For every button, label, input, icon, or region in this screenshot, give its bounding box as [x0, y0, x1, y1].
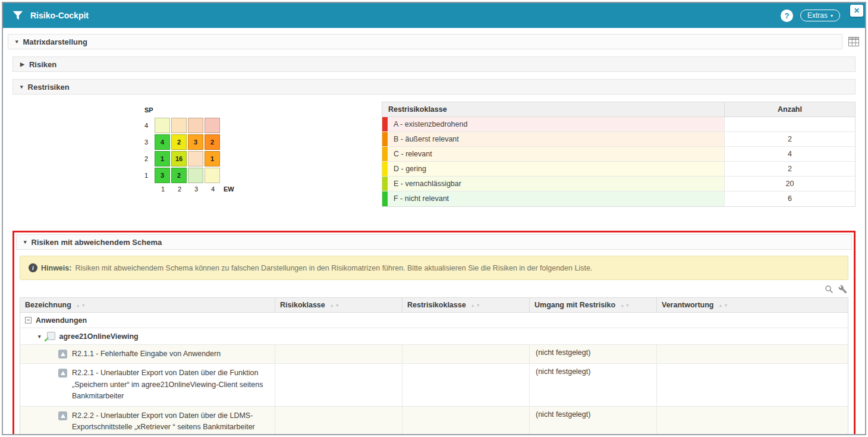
hint-banner: i Hinweis: Risiken mit abweichendem Sche… [20, 256, 848, 280]
cell-umgang: (nicht festgelegt) [529, 364, 656, 405]
risk-warning-icon [58, 350, 67, 359]
collapse-icon[interactable]: ▾ [38, 334, 41, 339]
column-header-restrisikoklasse[interactable]: Restrisikoklasse ▲▼ [402, 298, 529, 312]
column-header-verantwortung[interactable]: Verantwortung ▲▼ [656, 298, 848, 312]
sort-icons: ▲▼ [330, 303, 339, 307]
wrench-icon[interactable] [838, 285, 847, 294]
collapse-icon: ▾ [24, 239, 27, 245]
column-label: Verantwortung [662, 301, 714, 309]
class-count: 6 [724, 191, 855, 206]
search-icon[interactable] [825, 285, 834, 294]
section-header-restrisiken[interactable]: ▾ Restrisiken [12, 79, 856, 95]
subgroup-label: agree21OnlineViewing [59, 332, 139, 341]
section-header-matrixdarstellung[interactable]: ▾ Matrixdarstellung [8, 34, 842, 49]
matrix-cell[interactable] [188, 168, 203, 183]
restrisiko-row[interactable]: F - nicht relevant 6 [382, 191, 855, 206]
collapse-minus-icon[interactable]: − [25, 317, 32, 323]
class-count: 2 [724, 162, 855, 176]
matrix-cell[interactable] [171, 118, 187, 133]
column-header-bezeichnung[interactable]: Bezeichnung ▲▼ [20, 298, 275, 312]
matrix-cell[interactable] [205, 168, 220, 183]
class-label: B - äußerst relevant [388, 132, 724, 146]
matrix-cell[interactable] [188, 118, 203, 133]
matrix-cell[interactable] [155, 118, 170, 133]
section-label: Risiken [29, 60, 56, 69]
matrix-cell[interactable] [205, 118, 220, 133]
column-header-anzahl: Anzahl [724, 102, 855, 117]
col-label: 4 [205, 186, 221, 193]
cell-verantwortung [656, 407, 848, 436]
subgroup-row-agree21onlineviewing[interactable]: ▾ ✓ agree21OnlineViewing [20, 328, 848, 344]
matrix-cell[interactable]: 16 [171, 151, 187, 166]
class-label: F - nicht relevant [388, 191, 724, 206]
table-toolbar [20, 280, 848, 297]
help-button[interactable]: ? [781, 10, 793, 22]
sort-asc-icon: ▲ [620, 303, 624, 307]
class-count: 4 [724, 147, 855, 161]
matrix-cell[interactable]: 1 [155, 151, 170, 166]
matrix-cell[interactable]: 3 [188, 134, 203, 150]
schema-table: Bezeichnung ▲▼ Risikoklasse ▲▼ Restrisik… [20, 297, 848, 435]
matrix-cell[interactable]: 1 [205, 151, 220, 166]
sort-asc-icon: ▲ [76, 303, 80, 307]
table-view-icon[interactable] [847, 37, 860, 46]
class-label: C - relevant [388, 147, 724, 161]
restrisiken-body: SP 4 3 4 2 3 2 [12, 95, 856, 218]
cell-risikoklasse [275, 407, 402, 436]
risk-title: R2.2.2 - Unerlaubter Export von Daten üb… [72, 410, 269, 433]
risk-row[interactable]: R2.1.1 - Fehlerhafte Eingabe von Anwende… [20, 345, 848, 364]
close-button[interactable]: ✕ [850, 5, 863, 17]
matrix-cell[interactable] [188, 151, 203, 166]
matrix-cell[interactable]: 3 [155, 168, 170, 183]
class-color-bar [382, 117, 388, 131]
sort-asc-icon: ▲ [330, 303, 334, 307]
sort-desc-icon: ▼ [476, 303, 480, 307]
extras-label: Extras [807, 11, 828, 20]
restrisiko-row[interactable]: B - äußerst relevant 2 [382, 132, 855, 147]
risk-row[interactable]: R2.2.2 - Unerlaubter Export von Daten üb… [20, 407, 848, 436]
column-header-umgang-mit-restrisiko[interactable]: Umgang mit Restrisiko ▲▼ [529, 298, 656, 312]
class-color-bar [382, 191, 388, 206]
schema-table-header: Bezeichnung ▲▼ Risikoklasse ▲▼ Restrisik… [20, 298, 848, 313]
risk-warning-icon [58, 411, 67, 420]
sort-icons: ▲▼ [719, 303, 728, 307]
risk-title: R2.2.1 - Unerlaubter Export von Daten üb… [72, 367, 269, 402]
cell-restrisikoklasse [402, 407, 529, 436]
group-row-anwendungen[interactable]: − Anwendungen [20, 313, 848, 328]
section-header-schema[interactable]: ▾ Risiken mit abweichendem Schema [16, 234, 852, 250]
restrisiko-row[interactable]: E - vernachlässigbar 20 [382, 177, 855, 191]
application-icon: ✓ [45, 332, 55, 341]
x-axis-label: EW [224, 186, 234, 193]
matrix-cell[interactable]: 2 [171, 168, 187, 183]
extras-button[interactable]: Extras ▾ [800, 10, 840, 21]
class-color-bar [382, 162, 388, 176]
sort-desc-icon: ▼ [625, 303, 630, 307]
col-label: 2 [171, 186, 188, 193]
risk-row[interactable]: R2.2.1 - Unerlaubter Export von Daten üb… [20, 364, 848, 406]
sort-asc-icon: ▲ [719, 303, 723, 307]
restrisiko-row[interactable]: A - existenzbedrohend [382, 117, 855, 132]
class-color-bar [382, 147, 388, 161]
hint-label: Hinweis: [41, 264, 71, 272]
sort-desc-icon: ▼ [724, 303, 728, 307]
matrix-cell[interactable]: 4 [155, 134, 170, 150]
cell-restrisikoklasse [402, 364, 529, 405]
column-label: Risikoklasse [280, 301, 325, 309]
restrisiko-row[interactable]: D - gering 2 [382, 162, 855, 177]
restrisiko-row[interactable]: C - relevant 4 [382, 147, 855, 162]
class-label: D - gering [388, 162, 724, 176]
row-label: 4 [142, 122, 150, 129]
section-label: Matrixdarstellung [23, 37, 87, 46]
column-header-risikoklasse[interactable]: Risikoklasse ▲▼ [275, 298, 402, 312]
class-label: A - existenzbedrohend [388, 117, 724, 131]
row-label: 1 [142, 172, 150, 179]
annotation-highlight-box: ▾ Risiken mit abweichendem Schema i Hinw… [12, 231, 856, 435]
y-axis-label: SP [144, 106, 234, 114]
column-label: Umgang mit Restrisiko [534, 301, 615, 309]
section-header-risiken[interactable]: ▶ Risiken [12, 56, 856, 72]
class-label: E - vernachlässigbar [388, 177, 724, 191]
column-header-restrisikoklasse: Restrisikoklasse [382, 105, 724, 114]
matrix-cell[interactable]: 2 [205, 134, 220, 150]
matrix-cell[interactable]: 2 [171, 134, 187, 150]
row-label: 2 [142, 155, 150, 162]
